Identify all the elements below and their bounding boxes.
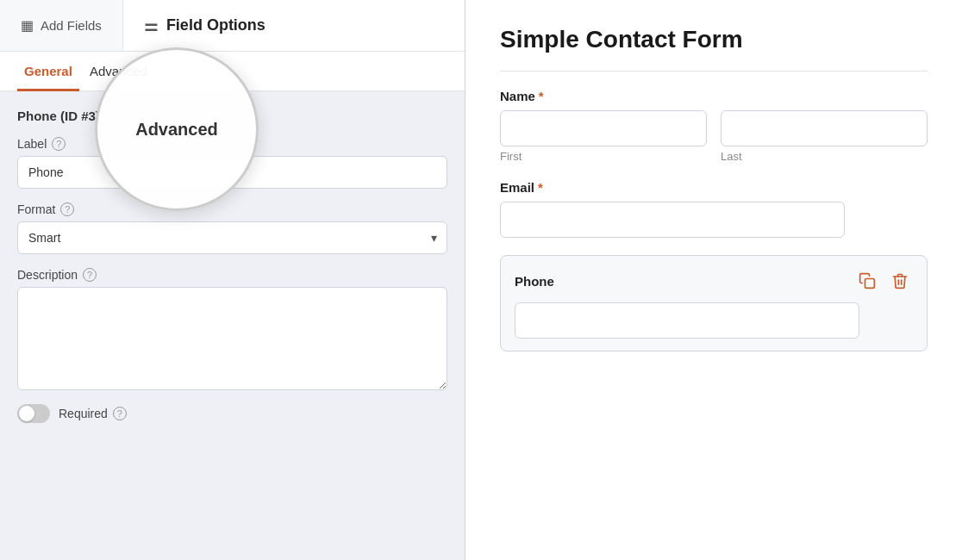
top-bar: ▦ Add Fields ⚌ Field Options (0, 0, 465, 52)
last-name-input[interactable] (721, 110, 928, 146)
first-name-input[interactable] (500, 110, 707, 146)
label-text: Label (17, 137, 47, 151)
form-title: Simple Contact Form (500, 26, 928, 53)
format-help-icon[interactable]: ? (60, 202, 74, 216)
format-select[interactable]: Smart US International (17, 221, 447, 254)
sliders-icon: ⚌ (144, 16, 158, 35)
phone-block-actions (854, 268, 913, 294)
first-name-sublabel: First (500, 150, 707, 163)
format-field-label: Format ? (17, 202, 447, 216)
phone-block-header: Phone (515, 268, 913, 294)
left-panel: ▦ Add Fields ⚌ Field Options General Adv… (0, 0, 465, 560)
zoom-circle-content: Advanced (118, 103, 235, 157)
required-help-icon[interactable]: ? (113, 407, 127, 420)
name-field-label: Name * (500, 89, 928, 103)
toggle-knob (19, 406, 34, 421)
phone-copy-button[interactable] (854, 268, 880, 294)
name-field-group: Name * First Last (500, 89, 928, 163)
email-label-text: Email (500, 180, 534, 195)
add-fields-button[interactable]: ▦ Add Fields (0, 0, 123, 51)
add-fields-label: Add Fields (41, 18, 102, 33)
required-toggle[interactable] (17, 404, 50, 423)
field-options-title: Field Options (166, 16, 265, 34)
email-required-star: * (538, 180, 543, 195)
svg-rect-0 (865, 279, 875, 289)
name-required-star: * (539, 89, 544, 103)
last-name-wrap: Last (721, 110, 928, 163)
description-text: Description (17, 268, 78, 282)
tab-general[interactable]: General (17, 52, 79, 91)
phone-block-label: Phone (515, 274, 554, 289)
phone-delete-button[interactable] (887, 268, 913, 294)
right-panel: Simple Contact Form Name * First Last Em… (465, 0, 962, 560)
required-label: Required ? (59, 407, 127, 420)
email-field-group: Email * (500, 180, 928, 238)
required-text: Required (59, 407, 108, 420)
description-textarea[interactable] (17, 287, 447, 390)
tab-general-label: General (24, 64, 72, 78)
form-divider (500, 71, 928, 72)
email-field-label: Email * (500, 180, 928, 195)
table-icon: ▦ (21, 17, 34, 34)
field-options-header: ⚌ Field Options (123, 0, 465, 51)
email-input[interactable] (500, 202, 845, 238)
format-select-wrapper: Smart US International ▾ (17, 221, 447, 254)
zoom-advanced-label: Advanced (135, 120, 218, 140)
phone-input[interactable] (515, 302, 859, 339)
last-name-sublabel: Last (721, 150, 928, 163)
description-help-icon[interactable]: ? (83, 268, 97, 282)
first-name-wrap: First (500, 110, 707, 163)
required-row: Required ? (17, 404, 447, 432)
description-field-label: Description ? (17, 268, 447, 282)
description-field-group: Description ? (17, 268, 447, 390)
phone-field-block: Phone (500, 255, 928, 352)
format-text: Format (17, 202, 55, 216)
name-inputs: First Last (500, 110, 928, 163)
name-label-text: Name (500, 89, 535, 103)
format-field-group: Format ? Smart US International ▾ (17, 202, 447, 254)
label-help-icon[interactable]: ? (52, 137, 66, 151)
zoom-circle: Advanced (95, 47, 259, 211)
